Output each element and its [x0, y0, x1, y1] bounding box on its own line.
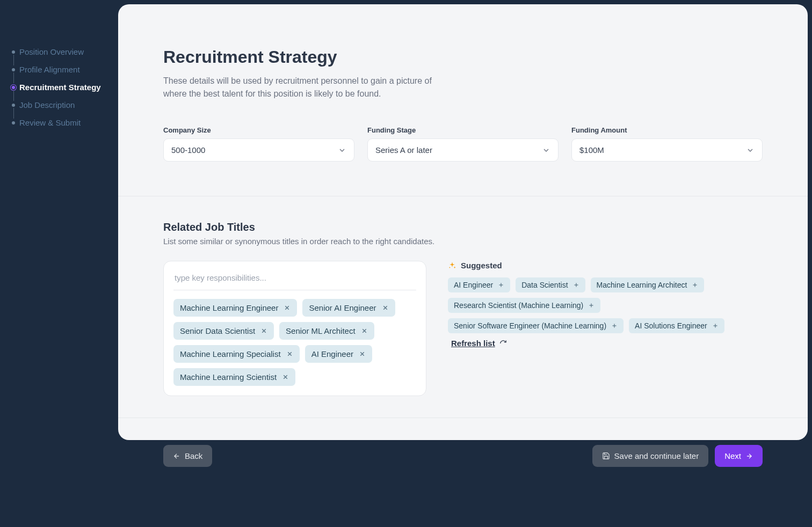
company-size-group: Company Size 500-1000	[163, 126, 354, 162]
tag-chip: Senior ML Architect	[279, 322, 374, 340]
page-title: Recruitment Strategy	[163, 47, 763, 67]
step-label: Profile Alignment	[19, 65, 80, 74]
funding-amount-select[interactable]: $100M	[571, 138, 763, 162]
company-size-label: Company Size	[163, 126, 354, 134]
arrow-left-icon	[173, 452, 180, 460]
suggest-chip[interactable]: Senior Software Engineer (Machine Learni…	[448, 318, 624, 333]
plus-icon	[498, 282, 504, 288]
tag-input-box: Machine Learning Engineer Senior AI Engi…	[163, 261, 426, 396]
step-position-overview[interactable]: Position Overview	[13, 43, 118, 61]
tag-label: Senior Data Scientist	[180, 326, 255, 335]
refresh-list-link[interactable]: Refresh list	[451, 339, 507, 348]
step-label: Position Overview	[19, 47, 84, 56]
plus-icon	[588, 302, 595, 309]
next-label: Next	[724, 451, 741, 460]
back-button[interactable]: Back	[163, 445, 212, 467]
close-icon	[382, 304, 389, 311]
close-icon	[284, 304, 291, 311]
suggested-column: Suggested AI Engineer Data Scientist Mac…	[448, 261, 763, 348]
suggest-chip[interactable]: Research Scientist (Machine Learning)	[448, 298, 600, 313]
close-icon	[286, 350, 293, 357]
plus-icon	[573, 282, 579, 288]
related-titles-heading: Related Job Titles	[163, 221, 763, 233]
tag-chip: Senior Data Scientist	[173, 322, 274, 340]
suggest-chip[interactable]: AI Solutions Engineer	[629, 318, 724, 333]
refresh-label: Refresh list	[451, 339, 495, 348]
chevron-down-icon	[338, 146, 346, 155]
tag-chip: Machine Learning Specialist	[173, 345, 300, 363]
tag-remove-button[interactable]	[260, 327, 267, 334]
selected-tags: Machine Learning Engineer Senior AI Engi…	[173, 299, 416, 386]
step-profile-alignment[interactable]: Profile Alignment	[13, 61, 118, 78]
funding-stage-select[interactable]: Series A or later	[367, 138, 559, 162]
step-list: Position Overview Profile Alignment Recr…	[13, 43, 118, 131]
sidebar-nav: Position Overview Profile Alignment Recr…	[0, 0, 118, 131]
tag-label: Senior AI Engineer	[309, 303, 376, 312]
tag-remove-button[interactable]	[286, 350, 293, 357]
tag-label: Machine Learning Engineer	[180, 303, 278, 312]
tag-chip: Machine Learning Scientist	[173, 368, 295, 386]
company-size-value: 500-1000	[171, 145, 205, 155]
funding-amount-group: Funding Amount $100M	[571, 126, 763, 162]
responsibilities-input[interactable]	[173, 271, 416, 290]
dropdown-row: Company Size 500-1000 Funding Stage Seri…	[163, 126, 763, 162]
company-size-select[interactable]: 500-1000	[163, 138, 354, 162]
plus-icon	[692, 282, 698, 288]
next-button[interactable]: Next	[715, 445, 763, 467]
save-continue-button[interactable]: Save and continue later	[592, 445, 709, 467]
suggested-label: Suggested	[461, 261, 502, 270]
plus-icon	[712, 323, 719, 329]
funding-amount-label: Funding Amount	[571, 126, 763, 134]
close-icon	[282, 374, 289, 380]
tag-chip: Machine Learning Engineer	[173, 299, 297, 317]
step-label: Review & Submit	[19, 118, 81, 127]
tag-remove-button[interactable]	[284, 304, 291, 311]
close-icon	[260, 327, 267, 334]
divider	[118, 196, 808, 196]
step-recruitment-strategy[interactable]: Recruitment Strategy	[13, 78, 118, 96]
tag-remove-button[interactable]	[359, 350, 366, 357]
save-label: Save and continue later	[614, 451, 699, 460]
close-icon	[359, 350, 366, 357]
tag-label: AI Engineer	[311, 349, 353, 358]
tag-label: Senior ML Architect	[286, 326, 356, 335]
save-icon	[602, 452, 610, 460]
footer-actions: Save and continue later Next	[592, 445, 763, 467]
tag-label: Machine Learning Scientist	[180, 372, 277, 382]
chevron-down-icon	[542, 146, 550, 155]
divider	[118, 418, 808, 418]
suggested-tags: AI Engineer Data Scientist Machine Learn…	[448, 277, 763, 348]
job-titles-area: Machine Learning Engineer Senior AI Engi…	[163, 261, 763, 396]
arrow-right-icon	[745, 452, 753, 460]
tag-chip: Senior AI Engineer	[302, 299, 395, 317]
suggest-label: Data Scientist	[521, 281, 568, 289]
sparkle-icon	[448, 261, 456, 270]
suggest-label: Research Scientist (Machine Learning)	[454, 301, 583, 310]
refresh-icon	[499, 340, 507, 347]
funding-stage-value: Series A or later	[375, 145, 432, 155]
suggest-chip[interactable]: Machine Learning Architect	[591, 277, 705, 292]
tag-remove-button[interactable]	[282, 374, 289, 380]
chevron-down-icon	[746, 146, 755, 155]
tag-remove-button[interactable]	[382, 304, 389, 311]
step-job-description[interactable]: Job Description	[13, 96, 118, 114]
suggested-header: Suggested	[448, 261, 763, 270]
suggest-label: Machine Learning Architect	[597, 281, 687, 289]
suggest-label: Senior Software Engineer (Machine Learni…	[454, 321, 606, 330]
suggest-chip[interactable]: Data Scientist	[516, 277, 585, 292]
suggest-label: AI Engineer	[454, 281, 493, 289]
funding-stage-group: Funding Stage Series A or later	[367, 126, 559, 162]
tag-remove-button[interactable]	[361, 327, 368, 334]
tag-chip: AI Engineer	[305, 345, 372, 363]
related-titles-subtitle: List some similar or synonymous titles i…	[163, 237, 763, 246]
step-label: Job Description	[19, 100, 75, 109]
suggest-chip[interactable]: AI Engineer	[448, 277, 510, 292]
footer-bar: Back Save and continue later Next	[163, 445, 763, 467]
plus-icon	[611, 323, 618, 329]
step-label: Recruitment Strategy	[19, 83, 101, 92]
funding-amount-value: $100M	[579, 145, 604, 155]
page-subtitle: These details will be used by recruitmen…	[163, 75, 443, 100]
suggest-label: AI Solutions Engineer	[635, 321, 707, 330]
close-icon	[361, 327, 368, 334]
step-review-submit[interactable]: Review & Submit	[13, 114, 118, 131]
